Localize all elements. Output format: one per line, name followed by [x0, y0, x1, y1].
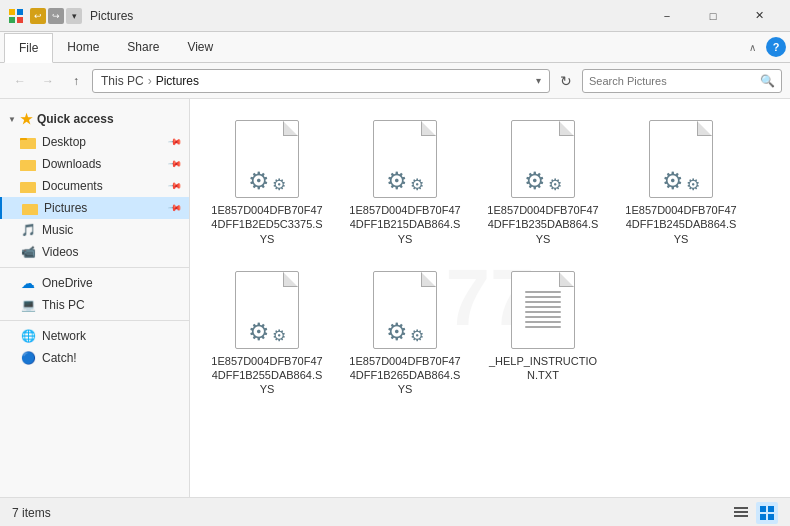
- maximize-button[interactable]: □: [690, 0, 736, 32]
- up-button[interactable]: ↑: [64, 69, 88, 93]
- gear-overlay-6: ⚙ ⚙: [386, 320, 424, 344]
- file-item-1[interactable]: ⚙ ⚙ 1E857D004DFB70F474DFF1B2ED5C3375.SYS: [202, 111, 332, 254]
- quick-access-label: Quick access: [37, 112, 114, 126]
- search-box[interactable]: 🔍: [582, 69, 782, 93]
- onedrive-icon: ☁: [20, 275, 36, 291]
- gear-large-4: ⚙: [662, 169, 684, 193]
- chevron-icon: ▼: [8, 115, 16, 124]
- svg-rect-10: [20, 184, 36, 193]
- search-icon: 🔍: [760, 74, 775, 88]
- close-button[interactable]: ✕: [736, 0, 782, 32]
- window-icon: [8, 8, 24, 24]
- forward-button[interactable]: →: [36, 69, 60, 93]
- details-view-button[interactable]: [730, 502, 752, 524]
- svg-rect-12: [22, 206, 38, 215]
- music-icon: 🎵: [20, 222, 36, 238]
- svg-rect-17: [768, 506, 774, 512]
- qs-icon2: ↪: [48, 8, 64, 24]
- star-icon: ★: [20, 111, 33, 127]
- refresh-button[interactable]: ↻: [554, 69, 578, 93]
- sidebar-item-thispc[interactable]: 💻 This PC: [0, 294, 189, 316]
- gear-overlay-3: ⚙ ⚙: [524, 169, 562, 193]
- quick-save-icons: ↩ ↪ ▾: [30, 8, 82, 24]
- line6: [525, 316, 561, 318]
- sys-doc-icon-4: ⚙ ⚙: [649, 120, 713, 198]
- path-pictures: Pictures: [156, 74, 199, 88]
- sidebar-quick-access-section: ▼ ★ Quick access Desktop 📌 Downloads 📌: [0, 107, 189, 263]
- qs-icon1: ↩: [30, 8, 46, 24]
- line4: [525, 306, 561, 308]
- pin-icon-desktop: 📌: [168, 135, 183, 150]
- line7: [525, 321, 561, 323]
- status-bar: 7 items: [0, 497, 790, 526]
- file-icon-7: [503, 270, 583, 350]
- sidebar-item-pictures[interactable]: Pictures 📌: [0, 197, 189, 219]
- gear-large-5: ⚙: [248, 320, 270, 344]
- svg-rect-14: [734, 511, 748, 513]
- svg-rect-18: [760, 514, 766, 520]
- txt-doc-icon-7: [511, 271, 575, 349]
- file-name-6: 1E857D004DFB70F474DFF1B265DAB864.SYS: [348, 354, 462, 397]
- pin-icon-documents: 📌: [168, 179, 183, 194]
- gear-small-5: ⚙: [272, 328, 286, 344]
- tab-share[interactable]: Share: [113, 32, 173, 62]
- svg-rect-3: [17, 17, 23, 23]
- file-name-3: 1E857D004DFB70F474DFF1B235DAB864.SYS: [486, 203, 600, 246]
- sidebar-item-catch[interactable]: 🔵 Catch!: [0, 347, 189, 369]
- quick-access-header[interactable]: ▼ ★ Quick access: [0, 107, 189, 131]
- svg-rect-19: [768, 514, 774, 520]
- sidebar-item-desktop[interactable]: Desktop 📌: [0, 131, 189, 153]
- sidebar-item-documents[interactable]: Documents 📌: [0, 175, 189, 197]
- gear-overlay-2: ⚙ ⚙: [386, 169, 424, 193]
- documents-label: Documents: [42, 179, 170, 193]
- pictures-folder-icon: [22, 200, 38, 216]
- catch-label: Catch!: [42, 351, 181, 365]
- catch-icon: 🔵: [20, 350, 36, 366]
- tab-home[interactable]: Home: [53, 32, 113, 62]
- sidebar-item-onedrive[interactable]: ☁ OneDrive: [0, 272, 189, 294]
- gear-small-6: ⚙: [410, 328, 424, 344]
- file-area: 77 ⚙ ⚙ 1E857D004DFB70F474DFF1B2ED5C3375.…: [190, 99, 790, 497]
- sidebar-divider-2: [0, 320, 189, 321]
- file-icon-6: ⚙ ⚙: [365, 270, 445, 350]
- file-item-7[interactable]: _HELP_INSTRUCTION.TXT: [478, 262, 608, 405]
- svg-rect-8: [20, 162, 36, 171]
- pin-icon-downloads: 📌: [168, 157, 183, 172]
- tiles-view-button[interactable]: [756, 502, 778, 524]
- file-item-3[interactable]: ⚙ ⚙ 1E857D004DFB70F474DFF1B235DAB864.SYS: [478, 111, 608, 254]
- help-button[interactable]: ?: [766, 37, 786, 57]
- file-item-5[interactable]: ⚙ ⚙ 1E857D004DFB70F474DFF1B255DAB864.SYS: [202, 262, 332, 405]
- file-item-4[interactable]: ⚙ ⚙ 1E857D004DFB70F474DFF1B245DAB864.SYS: [616, 111, 746, 254]
- sidebar-item-music[interactable]: 🎵 Music: [0, 219, 189, 241]
- tab-view[interactable]: View: [173, 32, 227, 62]
- sidebar-item-downloads[interactable]: Downloads 📌: [0, 153, 189, 175]
- lines-icon-7: [521, 283, 565, 336]
- network-label: Network: [42, 329, 181, 343]
- file-name-1: 1E857D004DFB70F474DFF1B2ED5C3375.SYS: [210, 203, 324, 246]
- gear-large-6: ⚙: [386, 320, 408, 344]
- gear-overlay-1: ⚙ ⚙: [248, 169, 286, 193]
- svg-rect-0: [9, 9, 15, 15]
- sidebar-item-videos[interactable]: 📹 Videos: [0, 241, 189, 263]
- address-path[interactable]: This PC › Pictures ▾: [92, 69, 550, 93]
- pictures-label: Pictures: [44, 201, 170, 215]
- tab-file[interactable]: File: [4, 33, 53, 63]
- svg-rect-6: [20, 140, 36, 149]
- item-count: 7 items: [12, 506, 51, 520]
- ribbon-collapse-button[interactable]: ∧: [745, 40, 760, 55]
- gear-large-2: ⚙: [386, 169, 408, 193]
- gear-overlay-5: ⚙ ⚙: [248, 320, 286, 344]
- title-bar: ↩ ↪ ▾ Pictures − □ ✕: [0, 0, 790, 32]
- minimize-button[interactable]: −: [644, 0, 690, 32]
- file-item-6[interactable]: ⚙ ⚙ 1E857D004DFB70F474DFF1B265DAB864.SYS: [340, 262, 470, 405]
- network-icon: 🌐: [20, 328, 36, 344]
- address-bar: ← → ↑ This PC › Pictures ▾ ↻ 🔍: [0, 63, 790, 99]
- search-input[interactable]: [589, 75, 756, 87]
- line2: [525, 296, 561, 298]
- music-label: Music: [42, 223, 181, 237]
- line8: [525, 326, 561, 328]
- sidebar-item-network[interactable]: 🌐 Network: [0, 325, 189, 347]
- back-button[interactable]: ←: [8, 69, 32, 93]
- ribbon-help: ∧ ?: [745, 37, 786, 57]
- file-item-2[interactable]: ⚙ ⚙ 1E857D004DFB70F474DFF1B215DAB864.SYS: [340, 111, 470, 254]
